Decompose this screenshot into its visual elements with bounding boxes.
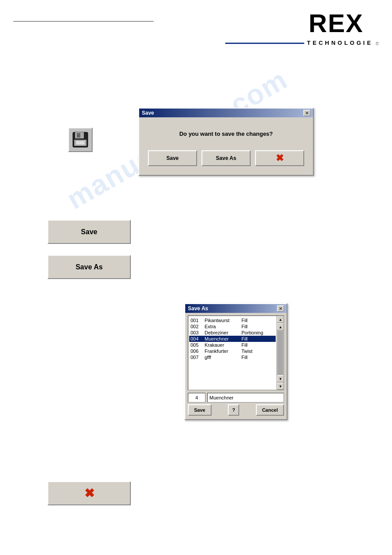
save-as-save-button[interactable]: Save bbox=[188, 404, 212, 416]
technologie-text: TECHNOLOGIE bbox=[307, 40, 373, 46]
save-dialog: Save ✕ Do you want to save the changes? … bbox=[138, 108, 314, 176]
save-dialog-title: Save bbox=[142, 110, 154, 116]
list-item[interactable]: 002 Extra Fill bbox=[189, 323, 276, 330]
large-save-button[interactable]: Save bbox=[47, 220, 131, 244]
save-as-dialog: Save As ✕ 001 Pikantwurst Fill 002 Extra… bbox=[184, 303, 288, 420]
svg-rect-5 bbox=[76, 141, 85, 145]
list-item[interactable]: 001 Pikantwurst Fill bbox=[189, 317, 276, 323]
scroll-down-button[interactable]: ▼ bbox=[277, 375, 284, 382]
save-dialog-message: Do you want to save the changes? bbox=[179, 131, 273, 137]
save-dialog-titlebar: Save ✕ bbox=[139, 109, 313, 117]
save-as-list-area: 001 Pikantwurst Fill 002 Extra Fill 003 … bbox=[188, 316, 284, 390]
scroll-track bbox=[277, 331, 283, 375]
dialog-save-as-button[interactable]: Save As bbox=[201, 150, 251, 166]
save-dialog-close-button[interactable]: ✕ bbox=[303, 110, 310, 116]
red-x-icon: ✖ bbox=[276, 152, 284, 164]
close-icon: ✕ bbox=[279, 306, 282, 311]
save-as-cancel-button[interactable]: Cancel bbox=[256, 404, 284, 416]
logo-blue-line bbox=[225, 43, 304, 44]
list-item[interactable]: 003 Debreziner Portioning bbox=[189, 330, 276, 336]
save-as-name-input[interactable]: Muenchner bbox=[207, 393, 284, 403]
save-as-dialog-buttons: Save ? Cancel bbox=[188, 404, 284, 416]
svg-rect-3 bbox=[77, 133, 80, 138]
save-as-dialog-titlebar: Save As ✕ bbox=[185, 304, 287, 313]
save-as-help-button[interactable]: ? bbox=[228, 404, 239, 416]
save-as-number-input[interactable]: 4 bbox=[188, 393, 205, 403]
scroll-down-fast-button[interactable]: ▼ bbox=[277, 383, 284, 390]
save-as-dialog-title: Save As bbox=[188, 305, 208, 312]
red-x-large-icon: ✖ bbox=[84, 486, 94, 501]
save-dialog-body: Do you want to save the changes? Save Sa… bbox=[139, 117, 313, 175]
list-scrollbar[interactable]: ▲ ▲ ▼ ▼ bbox=[277, 316, 284, 390]
header: REX TECHNOLOGIE © bbox=[0, 0, 392, 46]
floppy-disk-icon bbox=[72, 132, 88, 148]
save-as-dialog-close-button[interactable]: ✕ bbox=[277, 305, 284, 312]
large-save-as-button[interactable]: Save As bbox=[47, 255, 131, 279]
list-item[interactable]: 006 Frankfurter Twist bbox=[189, 348, 276, 354]
list-item[interactable]: 007 gfff Fill bbox=[189, 354, 276, 360]
save-icon-button[interactable] bbox=[68, 127, 93, 152]
logo-area: REX TECHNOLOGIE © bbox=[225, 8, 379, 46]
list-item[interactable]: 005 Krakauer Fill bbox=[189, 342, 276, 348]
close-icon: ✕ bbox=[305, 111, 309, 116]
scroll-up-fast-button[interactable]: ▲ bbox=[277, 323, 284, 330]
scroll-up-button[interactable]: ▲ bbox=[277, 316, 284, 323]
copyright-symbol: © bbox=[376, 41, 379, 46]
header-line bbox=[13, 21, 154, 22]
save-as-input-row: 4 Muenchner bbox=[188, 393, 284, 403]
save-as-list[interactable]: 001 Pikantwurst Fill 002 Extra Fill 003 … bbox=[188, 316, 277, 390]
dialog-save-button[interactable]: Save bbox=[148, 150, 197, 166]
large-red-x-button[interactable]: ✖ bbox=[47, 481, 131, 505]
dialog-cancel-button[interactable]: ✖ bbox=[255, 150, 304, 166]
list-item-selected[interactable]: 004 Muenchner Fill bbox=[189, 336, 276, 342]
save-dialog-buttons: Save Save As ✖ bbox=[148, 150, 304, 166]
rex-logo: REX bbox=[309, 8, 379, 39]
svg-text:REX: REX bbox=[309, 9, 363, 35]
